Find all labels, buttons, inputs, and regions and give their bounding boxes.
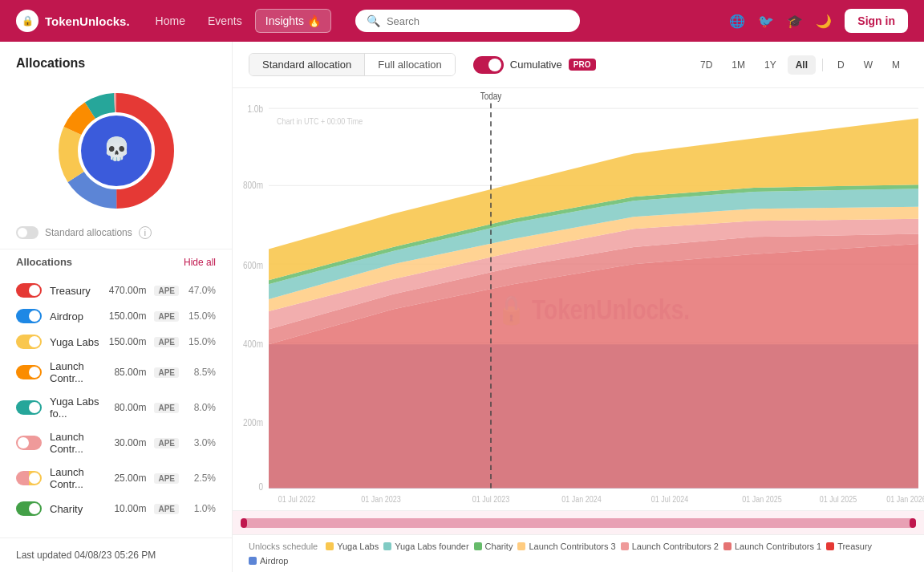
scroll-handle-left[interactable] xyxy=(241,518,247,528)
launch3-toggle[interactable] xyxy=(16,471,42,485)
legend-item-treasury: Treasury xyxy=(826,542,872,551)
time-divider xyxy=(822,59,823,71)
svg-text:01 Jan 2023: 01 Jan 2023 xyxy=(361,494,401,504)
logo: 🔒 TokenUnlocks. xyxy=(16,10,130,32)
alloc-item-airdrop: Airdrop 150.00m APE 15.0% xyxy=(0,303,232,329)
chart-svg: 1.0b 800m 600m 400m 200m 0 Chart in UTC … xyxy=(233,88,924,510)
charity-toggle[interactable] xyxy=(16,501,42,516)
airdrop-toggle[interactable] xyxy=(16,309,42,323)
svg-text:01 Jul 2024: 01 Jul 2024 xyxy=(651,494,689,504)
main-content: Standard allocation Full allocation Cumu… xyxy=(233,42,924,572)
time-7d[interactable]: 7D xyxy=(692,55,720,75)
info-icon[interactable]: i xyxy=(139,226,152,239)
alloc-name-charity: Charity xyxy=(50,503,106,515)
hide-all-button[interactable]: Hide all xyxy=(184,257,216,268)
nav-insights[interactable]: Insights 🔥 xyxy=(255,9,331,33)
alloc-pct-airdrop: 15.0% xyxy=(187,310,216,322)
discord-icon[interactable]: 🎓 xyxy=(787,14,803,29)
alloc-list: Treasury 470.00m APE 47.0% Airdrop 150.0… xyxy=(0,274,232,525)
header: 🔒 TokenUnlocks. Home Events Insights 🔥 🔍… xyxy=(0,0,924,42)
legend-item-yuga-founder: Yuga Labs founder xyxy=(383,542,468,551)
donut-svg: 💀 xyxy=(52,87,180,215)
allocation-tabs: Standard allocation Full allocation xyxy=(249,53,456,76)
cumulative-toggle[interactable] xyxy=(473,56,504,74)
sign-in-button[interactable]: Sign in xyxy=(845,9,908,33)
nav-home[interactable]: Home xyxy=(146,10,195,32)
svg-text:01 Jul 2025: 01 Jul 2025 xyxy=(820,494,857,504)
legend-label-treasury: Treasury xyxy=(837,542,872,551)
yuga-toggle[interactable] xyxy=(16,335,42,349)
main-layout: Allocations xyxy=(0,42,924,572)
svg-text:400m: 400m xyxy=(243,339,263,349)
time-d[interactable]: D xyxy=(829,55,853,75)
time-group: 7D 1M 1Y All D W M xyxy=(692,55,908,75)
alloc-name-launch1: Launch Contr... xyxy=(50,360,106,384)
alloc-name-launch3: Launch Contr... xyxy=(50,466,106,490)
pro-badge: PRO xyxy=(569,59,596,71)
launch1-toggle[interactable] xyxy=(16,365,42,379)
legend-label-launch1: Launch Contributors 1 xyxy=(735,542,821,551)
globe-icon[interactable]: 🌐 xyxy=(729,14,745,29)
scrollbar-track[interactable] xyxy=(241,518,916,528)
legend-label-yuga-founder: Yuga Labs founder xyxy=(395,542,468,551)
twitter-icon[interactable]: 🐦 xyxy=(758,14,774,29)
alloc-pct-launch2: 3.0% xyxy=(187,437,216,448)
svg-text:Today: Today xyxy=(480,91,502,101)
sidebar: Allocations xyxy=(0,42,233,572)
legend-dot-launch2 xyxy=(621,542,629,550)
alloc-amount-charity: 10.00m xyxy=(114,503,146,514)
time-m[interactable]: M xyxy=(884,55,908,75)
scroll-handle-right[interactable] xyxy=(910,518,916,528)
search-input[interactable] xyxy=(387,15,569,27)
cumulative-row: Cumulative PRO xyxy=(473,56,596,74)
legend-dot-launch1 xyxy=(723,542,732,550)
logo-icon: 🔒 xyxy=(16,10,38,32)
theme-icon[interactable]: 🌙 xyxy=(816,14,832,29)
alloc-pct-yuga: 15.0% xyxy=(187,336,216,347)
alloc-name-treasury: Treasury xyxy=(50,285,101,297)
standard-alloc-toggle[interactable] xyxy=(16,226,38,239)
legend-dot-treasury xyxy=(826,542,834,550)
nav-events[interactable]: Events xyxy=(198,10,252,32)
svg-text:01 Jan 2026: 01 Jan 2026 xyxy=(886,494,924,504)
legend-prefix: Unlocks schedule xyxy=(249,542,318,551)
time-1y[interactable]: 1Y xyxy=(756,55,784,75)
time-all[interactable]: All xyxy=(788,55,816,75)
alloc-item-yuga: Yuga Labs 150.00m APE 15.0% xyxy=(0,329,232,355)
sidebar-title: Allocations xyxy=(0,42,232,79)
alloc-item-launch2: Launch Contr... 30.00m APE 3.0% xyxy=(0,425,232,460)
search-bar[interactable]: 🔍 xyxy=(355,10,580,32)
alloc-name-yuga-fo: Yuga Labs fo... xyxy=(50,396,106,420)
legend-item-launch3: Launch Contributors 3 xyxy=(517,542,615,551)
launch2-toggle[interactable] xyxy=(16,436,42,450)
svg-text:Chart in UTC + 00:00 Time: Chart in UTC + 00:00 Time xyxy=(277,116,363,126)
legend-dot-airdrop xyxy=(249,557,257,565)
alloc-pct-charity: 1.0% xyxy=(187,503,216,514)
alloc-amount-treasury: 470.00m xyxy=(109,285,147,296)
alloc-item-yuga-fo: Yuga Labs fo... 80.00m APE 8.0% xyxy=(0,390,232,425)
svg-text:🔒 TokenUnlocks.: 🔒 TokenUnlocks. xyxy=(497,293,690,327)
time-1m[interactable]: 1M xyxy=(723,55,753,75)
tab-full[interactable]: Full allocation xyxy=(365,54,455,75)
treasury-toggle[interactable] xyxy=(16,283,42,298)
svg-text:800m: 800m xyxy=(243,180,263,190)
donut-chart: 💀 xyxy=(0,79,232,223)
tab-standard[interactable]: Standard allocation xyxy=(249,54,364,75)
alloc-pct-treasury: 47.0% xyxy=(187,285,216,296)
alloc-amount-airdrop: 150.00m xyxy=(109,310,147,322)
alloc-token-yuga-fo: APE xyxy=(154,403,179,413)
logo-text: TokenUnlocks. xyxy=(45,14,130,28)
svg-text:0: 0 xyxy=(258,481,263,492)
alloc-item-launch1: Launch Contr... 85.00m APE 8.5% xyxy=(0,355,232,390)
alloc-item-charity: Charity 10.00m APE 1.0% xyxy=(0,496,232,521)
legend-item-yuga: Yuga Labs xyxy=(326,542,379,551)
chart-area: 1.0b 800m 600m 400m 200m 0 Chart in UTC … xyxy=(233,88,924,510)
time-w[interactable]: W xyxy=(856,55,881,75)
yuga-fo-toggle[interactable] xyxy=(16,400,42,415)
sidebar-footer: Last updated 04/08/23 05:26 PM xyxy=(0,538,232,572)
svg-text:1.0b: 1.0b xyxy=(248,103,263,114)
legend-label-yuga: Yuga Labs xyxy=(337,542,379,551)
alloc-token-treasury: APE xyxy=(154,286,179,296)
legend-dot-charity xyxy=(474,542,482,550)
alloc-token-launch2: APE xyxy=(154,438,179,448)
